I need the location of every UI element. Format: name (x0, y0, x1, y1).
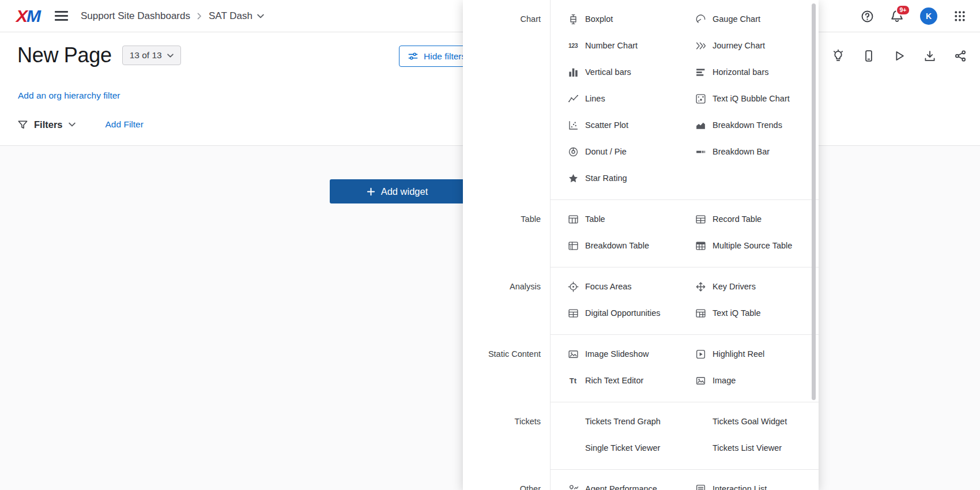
widget-item-label: Focus Areas (585, 282, 632, 291)
journey-chart-icon (695, 40, 706, 51)
widget-item-digital-opportunities[interactable]: Digital Opportunities (551, 300, 678, 326)
widget-item-focus-areas[interactable]: Focus Areas (551, 273, 678, 300)
widget-item-interaction-list[interactable]: Interaction List (678, 476, 819, 490)
widget-item-horizontal-bars[interactable]: Horizontal bars (678, 59, 819, 85)
play-icon[interactable] (893, 50, 906, 62)
add-org-hierarchy-filter-link[interactable]: Add an org hierarchy filter (18, 91, 120, 101)
widget-item-multiple-source-table[interactable]: Multiple Source Table (678, 232, 819, 259)
breadcrumb: Support Site Dashboards SAT Dash (81, 10, 264, 22)
record-table-icon (695, 213, 706, 225)
widget-item-lines[interactable]: Lines (551, 85, 678, 112)
export-download-icon[interactable] (924, 50, 936, 62)
breadcrumb-root[interactable]: Support Site Dashboards (81, 10, 190, 22)
image-slideshow-icon (567, 348, 579, 360)
apps-grid-icon[interactable] (953, 10, 966, 22)
notifications-bell-icon[interactable]: 9+ (890, 9, 904, 23)
widget-item-label: Key Drivers (713, 282, 756, 291)
breadcrumb-current[interactable]: SAT Dash (209, 10, 264, 22)
chevron-down-icon[interactable] (69, 122, 76, 127)
header-actions (832, 50, 967, 62)
widget-item-key-drivers[interactable]: Key Drivers (678, 273, 819, 300)
boxplot-icon (567, 13, 579, 25)
widget-item-single-ticket-viewer[interactable]: Single Ticket Viewer (551, 435, 678, 461)
widget-item-tickets-list-viewer[interactable]: Tickets List Viewer (678, 435, 819, 461)
widget-item-tickets-goal-widget[interactable]: Tickets Goal Widget (678, 408, 819, 435)
scrollbar-thumb[interactable] (812, 3, 816, 400)
widget-item-rich-text-editor[interactable]: TtRich Text Editor (551, 367, 678, 394)
table-icon (567, 213, 579, 225)
widget-item-label: Journey Chart (713, 41, 765, 50)
widget-group-other: OtherAgent PerformanceInteraction List (463, 470, 819, 490)
app-root: X M Support Site Dashboards SAT Dash (0, 0, 980, 490)
add-widget-button[interactable]: Add widget (330, 179, 465, 203)
topbar-actions: 9+ K (861, 0, 966, 32)
text-iq-table-icon (695, 307, 706, 319)
rich-text-editor-icon: Tt (567, 375, 579, 386)
widget-item-record-table[interactable]: Record Table (678, 206, 819, 232)
widget-group-tickets: TicketsTickets Trend GraphTickets Goal W… (463, 402, 819, 470)
breakdown-table-icon (567, 240, 579, 251)
widget-category-label: Tickets (463, 402, 550, 470)
widget-item-image-slideshow[interactable]: Image Slideshow (551, 341, 678, 367)
widget-item-star-rating[interactable]: Star Rating (551, 165, 678, 191)
widget-item-label: Tickets List Viewer (713, 443, 782, 453)
widget-item-label: Star Rating (585, 174, 627, 183)
filters-label[interactable]: Filters (34, 119, 63, 130)
widget-items-grid: Agent PerformanceInteraction List (550, 470, 819, 490)
widget-item-text-iq-bubble-chart[interactable]: Text iQ Bubble Chart (678, 85, 819, 112)
breakdown-bar-icon (695, 146, 706, 157)
widget-item-label: Vertical bars (585, 67, 631, 77)
widget-item-label: Rich Text Editor (585, 376, 643, 385)
widget-item-donut-pie[interactable]: Donut / Pie (551, 138, 678, 165)
widget-item-label: Breakdown Trends (713, 120, 782, 130)
widget-item-scatter-plot[interactable]: Scatter Plot (551, 112, 678, 138)
insights-lightbulb-icon[interactable] (832, 50, 845, 62)
widget-item-agent-performance[interactable]: Agent Performance (551, 476, 678, 490)
widget-item-breakdown-bar[interactable]: Breakdown Bar (678, 138, 819, 165)
widget-item-label: Digital Opportunities (585, 308, 661, 318)
widget-item-vertical-bars[interactable]: Vertical bars (551, 59, 678, 85)
chevron-down-icon (167, 54, 174, 58)
mobile-preview-icon[interactable] (862, 50, 875, 62)
widget-item-number-chart[interactable]: 123Number Chart (551, 32, 678, 59)
widget-items-grid: BoxplotGauge Chart123Number ChartJourney… (550, 0, 819, 200)
share-icon[interactable] (954, 50, 967, 62)
lines-icon (567, 93, 579, 104)
widget-item-label: Agent Performance (585, 484, 657, 490)
no-icon-placeholder (567, 416, 579, 427)
widget-item-text-iq-table[interactable]: Text iQ Table (678, 300, 819, 326)
widget-item-label: Image Slideshow (585, 349, 649, 359)
widget-item-table[interactable]: Table (551, 206, 678, 232)
menu-icon[interactable] (55, 11, 68, 21)
widget-category-label: Static Content (463, 335, 550, 402)
avatar[interactable]: K (920, 7, 937, 25)
page-selector[interactable]: 13 of 13 (122, 46, 181, 65)
widget-item-image[interactable]: Image (678, 367, 819, 394)
help-icon[interactable] (861, 10, 874, 23)
widget-item-tickets-trend-graph[interactable]: Tickets Trend Graph (551, 408, 678, 435)
widget-item-journey-chart[interactable]: Journey Chart (678, 32, 819, 59)
widget-item-boxplot[interactable]: Boxplot (551, 6, 678, 32)
no-icon-placeholder (695, 416, 706, 427)
widget-item-label: Breakdown Bar (713, 147, 770, 156)
star-rating-icon (567, 172, 579, 184)
digital-opportunities-icon (567, 307, 579, 319)
widget-item-breakdown-trends[interactable]: Breakdown Trends (678, 112, 819, 138)
number-chart-icon: 123 (567, 40, 579, 51)
widget-item-label: Image (713, 376, 736, 385)
widget-item-gauge-chart[interactable]: Gauge Chart (678, 6, 819, 32)
chevron-down-icon (257, 14, 264, 18)
widget-category-label: Chart (463, 0, 550, 200)
widget-category-label: Other (463, 470, 550, 490)
xm-logo-m: M (27, 6, 40, 26)
widget-item-label: Tickets Trend Graph (585, 417, 661, 426)
widget-item-label: Lines (585, 94, 605, 103)
widget-items-grid: Image SlideshowHighlight ReelTtRich Text… (550, 335, 819, 402)
widget-item-breakdown-table[interactable]: Breakdown Table (551, 232, 678, 259)
xm-logo[interactable]: X M (16, 6, 40, 26)
widget-group-table: TableTableRecord TableBreakdown TableMul… (463, 200, 819, 267)
widget-item-highlight-reel[interactable]: Highlight Reel (678, 341, 819, 367)
filter-funnel-icon (17, 119, 28, 130)
widget-items-grid: Tickets Trend GraphTickets Goal WidgetSi… (550, 402, 819, 470)
add-filter-link[interactable]: Add Filter (105, 119, 144, 130)
